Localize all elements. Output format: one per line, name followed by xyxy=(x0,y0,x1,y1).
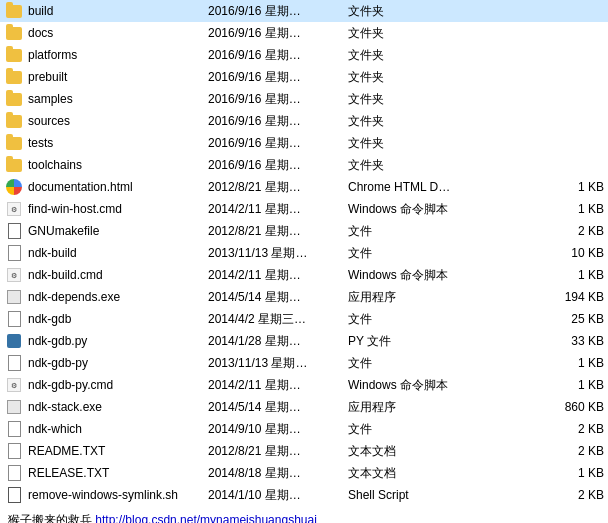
file-icon-cell xyxy=(4,333,24,349)
cmd-icon: ⚙ xyxy=(7,378,21,392)
table-row[interactable]: ⚙ ndk-gdb-py.cmd 2014/2/11 星期… Windows 命… xyxy=(0,374,608,396)
folder-icon xyxy=(6,27,22,40)
file-name: documentation.html xyxy=(28,180,208,194)
file-list: build 2016/9/16 星期… 文件夹 docs 2016/9/16 星… xyxy=(0,0,608,506)
table-row[interactable]: docs 2016/9/16 星期… 文件夹 xyxy=(0,22,608,44)
folder-icon xyxy=(6,5,22,18)
table-row[interactable]: samples 2016/9/16 星期… 文件夹 xyxy=(0,88,608,110)
file-date: 2014/5/14 星期… xyxy=(208,399,348,416)
file-type: 文件夹 xyxy=(348,157,544,174)
file-type: Chrome HTML D… xyxy=(348,180,544,194)
folder-icon xyxy=(6,49,22,62)
file-type: Windows 命令脚本 xyxy=(348,267,544,284)
table-row[interactable]: ndk-gdb 2014/4/2 星期三… 文件 25 KB xyxy=(0,308,608,330)
table-row[interactable]: ⚙ ndk-build.cmd 2014/2/11 星期… Windows 命令… xyxy=(0,264,608,286)
cmd-icon: ⚙ xyxy=(7,202,21,216)
file-icon-cell xyxy=(4,223,24,239)
file-icon-cell: ⚙ xyxy=(4,377,24,393)
make-icon xyxy=(8,223,21,239)
file-name: ndk-which xyxy=(28,422,208,436)
file-icon-cell xyxy=(4,443,24,459)
table-row[interactable]: sources 2016/9/16 星期… 文件夹 xyxy=(0,110,608,132)
file-name: tests xyxy=(28,136,208,150)
file-type: 文件夹 xyxy=(348,3,544,20)
file-name: ndk-gdb.py xyxy=(28,334,208,348)
file-date: 2014/2/11 星期… xyxy=(208,267,348,284)
table-row[interactable]: ndk-build 2013/11/13 星期… 文件 10 KB xyxy=(0,242,608,264)
folder-icon xyxy=(6,159,22,172)
file-type: 文件 xyxy=(348,245,544,262)
table-row[interactable]: README.TXT 2012/8/21 星期… 文本文档 2 KB xyxy=(0,440,608,462)
file-type: Windows 命令脚本 xyxy=(348,201,544,218)
exe-icon xyxy=(7,290,21,304)
file-type: 文本文档 xyxy=(348,465,544,482)
file-date: 2014/1/28 星期… xyxy=(208,333,348,350)
table-row[interactable]: RELEASE.TXT 2014/8/18 星期… 文本文档 1 KB xyxy=(0,462,608,484)
file-name: sources xyxy=(28,114,208,128)
table-row[interactable]: toolchains 2016/9/16 星期… 文件夹 xyxy=(0,154,608,176)
file-name: ndk-gdb xyxy=(28,312,208,326)
file-size: 860 KB xyxy=(544,400,604,414)
table-row[interactable]: ndk-depends.exe 2014/5/14 星期… 应用程序 194 K… xyxy=(0,286,608,308)
file-size: 1 KB xyxy=(544,378,604,392)
file-type: 文件 xyxy=(348,421,544,438)
file-date: 2016/9/16 星期… xyxy=(208,113,348,130)
table-row[interactable]: ⚙ find-win-host.cmd 2014/2/11 星期… Window… xyxy=(0,198,608,220)
file-icon-cell xyxy=(4,69,24,85)
file-name: ndk-gdb-py.cmd xyxy=(28,378,208,392)
file-date: 2013/11/13 星期… xyxy=(208,245,348,262)
file-icon-cell xyxy=(4,91,24,107)
file-size: 2 KB xyxy=(544,422,604,436)
table-row[interactable]: ndk-which 2014/9/10 星期… 文件 2 KB xyxy=(0,418,608,440)
file-date: 2016/9/16 星期… xyxy=(208,3,348,20)
folder-icon xyxy=(6,115,22,128)
file-type: 文件 xyxy=(348,311,544,328)
file-icon-cell xyxy=(4,487,24,503)
file-date: 2012/8/21 星期… xyxy=(208,443,348,460)
file-name: find-win-host.cmd xyxy=(28,202,208,216)
txt-icon xyxy=(8,465,21,481)
footer-link[interactable]: http://blog.csdn.net/mynameishuangshuai xyxy=(95,513,316,523)
table-row[interactable]: tests 2016/9/16 星期… 文件夹 xyxy=(0,132,608,154)
file-name: README.TXT xyxy=(28,444,208,458)
file-icon-cell xyxy=(4,47,24,63)
file-date: 2014/2/11 星期… xyxy=(208,377,348,394)
py-icon xyxy=(7,334,21,348)
file-date: 2014/2/11 星期… xyxy=(208,201,348,218)
file-size: 194 KB xyxy=(544,290,604,304)
table-row[interactable]: remove-windows-symlink.sh 2014/1/10 星期… … xyxy=(0,484,608,506)
sh-icon xyxy=(8,487,21,503)
file-type: 文件夹 xyxy=(348,91,544,108)
file-size: 1 KB xyxy=(544,180,604,194)
file-icon-cell xyxy=(4,135,24,151)
file-type: 文本文档 xyxy=(348,443,544,460)
footer-prefix: 猴子搬来的救兵 xyxy=(8,513,95,523)
file-date: 2014/9/10 星期… xyxy=(208,421,348,438)
file-date: 2014/1/10 星期… xyxy=(208,487,348,504)
folder-icon xyxy=(6,137,22,150)
table-row[interactable]: build 2016/9/16 星期… 文件夹 xyxy=(0,0,608,22)
txt-icon xyxy=(8,443,21,459)
table-row[interactable]: prebuilt 2016/9/16 星期… 文件夹 xyxy=(0,66,608,88)
file-date: 2014/5/14 星期… xyxy=(208,289,348,306)
file-name: GNUmakefile xyxy=(28,224,208,238)
table-row[interactable]: platforms 2016/9/16 星期… 文件夹 xyxy=(0,44,608,66)
table-row[interactable]: ndk-stack.exe 2014/5/14 星期… 应用程序 860 KB xyxy=(0,396,608,418)
file-icon xyxy=(8,311,21,327)
file-size: 2 KB xyxy=(544,488,604,502)
file-size: 2 KB xyxy=(544,444,604,458)
file-icon xyxy=(8,245,21,261)
table-row[interactable]: ndk-gdb.py 2014/1/28 星期… PY 文件 33 KB xyxy=(0,330,608,352)
file-name: build xyxy=(28,4,208,18)
file-date: 2013/11/13 星期… xyxy=(208,355,348,372)
table-row[interactable]: GNUmakefile 2012/8/21 星期… 文件 2 KB xyxy=(0,220,608,242)
file-date: 2016/9/16 星期… xyxy=(208,25,348,42)
file-name: platforms xyxy=(28,48,208,62)
file-date: 2012/8/21 星期… xyxy=(208,223,348,240)
file-icon-cell xyxy=(4,421,24,437)
file-icon-cell xyxy=(4,179,24,195)
table-row[interactable]: documentation.html 2012/8/21 星期… Chrome … xyxy=(0,176,608,198)
file-icon-cell xyxy=(4,25,24,41)
file-name: ndk-stack.exe xyxy=(28,400,208,414)
table-row[interactable]: ndk-gdb-py 2013/11/13 星期… 文件 1 KB xyxy=(0,352,608,374)
